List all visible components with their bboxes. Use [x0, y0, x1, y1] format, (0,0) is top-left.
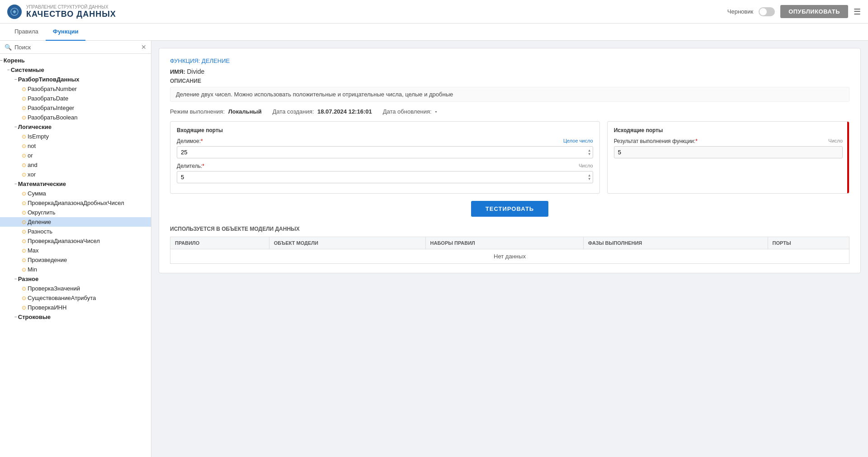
tree-item-misc[interactable]: − Разное: [0, 274, 151, 284]
tree-label: Деление: [28, 219, 51, 225]
tree-item-razbortipos[interactable]: − РазборТиповДанных: [0, 75, 151, 84]
tree-item-func-min[interactable]: ⊙ Min: [0, 265, 151, 274]
func-icon: ⊙: [22, 95, 26, 102]
tree-label: or: [28, 152, 33, 159]
meta-row: Режим выполнения: Локальный Дата создани…: [170, 108, 849, 115]
publish-button[interactable]: ОПУБЛИКОВАТЬ: [780, 5, 848, 18]
func-icon: ⊙: [22, 257, 26, 263]
tabs-bar: Правила Функции: [0, 24, 868, 41]
search-input[interactable]: [14, 44, 138, 51]
tree-item-func-xor[interactable]: ⊙ xor: [0, 170, 151, 179]
menu-icon[interactable]: ☰: [854, 7, 861, 17]
description-label: ОПИСАНИЕ: [170, 78, 849, 84]
usage-section: ИСПОЛЬЗУЕТСЯ В ОБЪЕКТЕ МОДЕЛИ ДАННЫХ ПРА…: [170, 226, 849, 264]
tree-item-func-razboolean[interactable]: ⊙ РазобратьBoolean: [0, 113, 151, 122]
incoming-ports-box: Входящие порты Делимое:* Целое число ▲▼: [170, 121, 600, 194]
header-subtitle: Управление структурой данных: [26, 5, 116, 10]
tree-label: Разность: [28, 228, 52, 235]
func-icon: ⊙: [22, 295, 26, 301]
expand-icon: −: [14, 181, 17, 186]
func-icon: ⊙: [22, 105, 26, 111]
tree-item-func-summa[interactable]: ⊙ Сумма: [0, 189, 151, 198]
tree-item-func-max[interactable]: ⊙ Max: [0, 246, 151, 255]
tree-item-systemные[interactable]: − Системные: [0, 65, 151, 75]
usage-title: ИСПОЛЬЗУЕТСЯ В ОБЪЕКТЕ МОДЕЛИ ДАННЫХ: [170, 226, 849, 232]
draft-toggle[interactable]: [759, 7, 775, 16]
divisor-input[interactable]: [177, 171, 593, 183]
tree-label: Математические: [18, 181, 66, 187]
tree-item-func-raznumber[interactable]: ⊙ РазобратьNumber: [0, 84, 151, 94]
function-header: ФУНКЦИЯ: Деление: [170, 57, 849, 64]
dividend-label: Делимое:*: [177, 138, 203, 144]
created-value: 18.07.2024 12:16:01: [317, 108, 372, 115]
tree-item-logical[interactable]: − Логические: [0, 122, 151, 132]
header-left: Управление структурой данных КАЧЕСТВО ДА…: [7, 5, 116, 19]
dividend-input[interactable]: [177, 146, 593, 158]
tree-item-func-diff[interactable]: ⊙ Разность: [0, 227, 151, 236]
tree-label: СуществованиеАтрибута: [28, 295, 96, 301]
func-icon: ⊙: [22, 114, 26, 121]
tree-label: Max: [28, 247, 39, 254]
tree-item-func-product[interactable]: ⊙ Произведение: [0, 255, 151, 265]
result-input[interactable]: [614, 146, 843, 158]
tree-item-func-and[interactable]: ⊙ and: [0, 160, 151, 170]
tree-label: xor: [28, 171, 36, 178]
func-icon: ⊙: [22, 171, 26, 178]
tab-rules[interactable]: Правила: [7, 24, 46, 41]
func-icon: ⊙: [22, 162, 26, 168]
result-label: Результат выполнения функции:*: [614, 138, 698, 144]
divisor-arrows[interactable]: ▲▼: [588, 174, 591, 181]
tree-item-root[interactable]: − Корень: [0, 56, 151, 65]
outgoing-ports-box: Исходящие порты Результат выполнения фун…: [607, 121, 849, 194]
col-model: ОБЪЕКТ МОДЕЛИ: [269, 237, 425, 249]
result-label-row: Результат выполнения функции:* Число: [614, 138, 843, 144]
test-button-row: ТЕСТИРОВАТЬ: [170, 201, 849, 217]
tree-label: РазобратьDate: [28, 95, 68, 102]
col-rule: ПРАВИЛО: [170, 237, 269, 249]
no-data-cell: Нет данных: [170, 249, 849, 264]
tree-item-func-checkrangeint[interactable]: ⊙ ПроверкаДиапазонаЧисел: [0, 236, 151, 246]
tree-label: not: [28, 143, 36, 149]
dividend-type-hint[interactable]: Целое число: [563, 138, 593, 144]
tree-label: РазборТиповДанных: [18, 76, 80, 83]
expand-icon: −: [7, 67, 10, 72]
result-strip: [847, 122, 849, 193]
tree-item-func-divide[interactable]: ⊙ Деление: [0, 217, 151, 227]
tree-item-func-checkval[interactable]: ⊙ ПроверкаЗначений: [0, 284, 151, 293]
tree: − Корень − Системные − РазборТиповДанных…: [0, 54, 151, 457]
tab-functions[interactable]: Функции: [46, 24, 86, 41]
result-type-hint: Число: [828, 138, 843, 144]
search-clear-icon[interactable]: ✕: [141, 43, 146, 51]
tree-item-func-not[interactable]: ⊙ not: [0, 141, 151, 151]
tree-item-math[interactable]: − Математические: [0, 179, 151, 189]
divisor-type-hint: Число: [579, 163, 593, 169]
tree-item-func-inn[interactable]: ⊙ ПроверкаИНН: [0, 303, 151, 312]
draft-label: Черновик: [727, 8, 753, 15]
test-button[interactable]: ТЕСТИРОВАТЬ: [471, 201, 548, 217]
tree-item-func-existattr[interactable]: ⊙ СуществованиеАтрибута: [0, 293, 151, 303]
tree-item-func-checkrange[interactable]: ⊙ ПроверкаДиапазонаДробныхЧисел: [0, 198, 151, 208]
tree-label: ПроверкаДиапазонаДробныхЧисел: [28, 200, 124, 206]
tree-item-func-or[interactable]: ⊙ or: [0, 151, 151, 160]
tree-item-func-isempty[interactable]: ⊙ IsEmpty: [0, 132, 151, 141]
expand-icon: −: [0, 58, 3, 63]
func-icon: ⊙: [22, 152, 26, 159]
tree-label: and: [28, 162, 38, 168]
mode-value: Локальный: [228, 108, 262, 115]
func-icon: ⊙: [22, 219, 26, 225]
tree-item-func-razinteger[interactable]: ⊙ РазобратьInteger: [0, 103, 151, 113]
func-icon: ⊙: [22, 248, 26, 254]
incoming-ports-title: Входящие порты: [177, 127, 593, 133]
tree-item-string[interactable]: − Строковые: [0, 312, 151, 322]
tree-item-func-round[interactable]: ⊙ Округлить: [0, 208, 151, 217]
func-icon: ⊙: [22, 305, 26, 311]
result-input-wrap: [614, 146, 843, 158]
func-icon: ⊙: [22, 190, 26, 197]
func-icon: ⊙: [22, 143, 26, 149]
function-header-label: ФУНКЦИЯ:: [170, 57, 200, 64]
usage-table: ПРАВИЛО ОБЪЕКТ МОДЕЛИ НАБОРЫ ПРАВИЛ ФАЗЫ…: [170, 237, 849, 264]
divisor-label-row: Делитель:* Число: [177, 163, 593, 169]
tree-item-func-razdate[interactable]: ⊙ РазобратьDate: [0, 94, 151, 103]
dividend-arrows[interactable]: ▲▼: [588, 149, 591, 156]
tree-label: Min: [28, 266, 37, 273]
